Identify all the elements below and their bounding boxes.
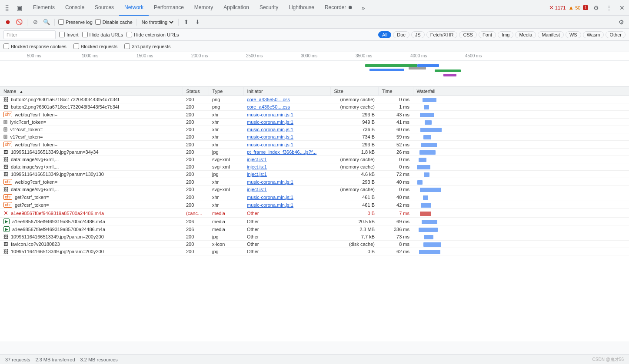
initiator-link[interactable]: music-corona.min.js:1 [247,127,293,132]
row-initiator[interactable]: Other [243,248,330,255]
table-row[interactable]: □lyric?csrf_token= 200 xhr music-corona.… [0,119,629,126]
clear-btn[interactable]: 🚫 [15,18,23,26]
chip-font[interactable]: Font [479,31,496,38]
table-row[interactable]: □v1?csrf_token= 200 xhr music-corona.min… [0,126,629,133]
invert-label[interactable]: Invert [59,32,79,37]
row-initiator[interactable]: Other [243,218,330,225]
chip-doc[interactable]: Doc [393,31,409,38]
initiator-link[interactable]: music-corona.min.js:1 [247,119,293,125]
network-settings-icon[interactable]: ⚙ [617,18,626,26]
chip-css[interactable]: CSS [459,31,477,38]
row-initiator[interactable]: core_a436e50....css [243,103,330,111]
third-party-label[interactable]: 3rd-party requests [124,43,170,49]
tab-elements[interactable]: Elements [28,0,60,16]
preserve-log-checkbox[interactable] [58,19,64,25]
col-header-status[interactable]: Status [183,87,209,96]
initiator-link[interactable]: inject.js:1 [247,187,267,192]
row-initiator[interactable]: music-corona.min.js:1 [243,201,330,209]
settings-icon[interactable]: ⚙ [591,3,601,13]
preserve-log-label[interactable]: Preserve log [58,19,93,25]
hide-ext-urls-label[interactable]: Hide extension URLs [126,32,179,37]
table-row[interactable]: 🖼109951164166513349.jpg?param=200y200 20… [0,233,629,241]
tab-network[interactable]: Network [119,0,149,16]
export-icon[interactable]: ⬇ [193,18,202,26]
table-row[interactable]: xhrweblog?csrf_token= 200 xhr music-coro… [0,111,629,119]
table-row[interactable]: ▶a1ee98567f8ef9469319a85700a24486.m4a 20… [0,225,629,233]
chip-other[interactable]: Other [606,31,626,38]
chip-all[interactable]: All [378,31,391,38]
network-table-container[interactable]: Name ▲ Status Type Initiator Size Time W… [0,87,629,341]
row-name[interactable]: xhrweblog?csrf_token= [0,141,183,149]
chip-fetch-xhr[interactable]: Fetch/XHR [426,31,458,38]
row-name[interactable]: ✕a1ee98567f8ef9469319a85700a24486.m4a [0,209,183,218]
row-initiator[interactable]: Other [243,241,330,248]
row-name[interactable]: xhrget?csrf_token= [0,201,183,209]
row-initiator[interactable]: inject.js:1 [243,163,330,171]
row-name[interactable]: □v1?csrf_token= [0,126,183,133]
filter-input[interactable] [3,30,56,39]
tab-recorder[interactable]: Recorder ⏺ [319,0,358,16]
tab-lighthouse[interactable]: Lighthouse [283,0,319,16]
row-initiator[interactable]: core_a436e50....css [243,96,330,103]
table-row[interactable]: 🖼data:image/svg+xml,... 200 svg+xml inje… [0,163,629,171]
row-initiator[interactable]: music-corona.min.js:1 [243,141,330,149]
col-header-waterfall[interactable]: Waterfall [413,87,629,96]
chip-media[interactable]: Media [515,31,536,38]
table-row[interactable]: 🖼109951164166513349.jpg?param=200y200 20… [0,248,629,255]
table-row[interactable]: 🖼button2.png?6301a6718cc1732043f3443f54c… [0,103,629,111]
tab-performance[interactable]: Performance [149,0,189,16]
initiator-link[interactable]: music-corona.min.js:1 [247,134,293,139]
table-row[interactable]: 🖼button2.png?6301a6718cc1732043f3443f54c… [0,96,629,103]
row-name[interactable]: □lyric?csrf_token= [0,119,183,126]
chip-ws[interactable]: WS [566,31,581,38]
more-options-icon[interactable]: ⋮ [604,3,614,13]
hide-data-urls-checkbox[interactable] [82,32,88,37]
disable-cache-label[interactable]: Disable cache [95,19,133,25]
table-row[interactable]: xhrget?csrf_token= 200 xhr music-corona.… [0,193,629,201]
blocked-requests-checkbox[interactable] [73,43,79,49]
row-name[interactable]: 🖼data:image/svg+xml,... [0,156,183,163]
table-row[interactable]: xhrweblog?csrf_token= 200 xhr music-coro… [0,178,629,186]
blocked-requests-label[interactable]: Blocked requests [73,43,117,49]
timeline-bars[interactable] [0,61,629,87]
tab-sources[interactable]: Sources [90,0,119,16]
tab-console[interactable]: Console [60,0,90,16]
row-initiator[interactable]: inject.js:1 [243,171,330,178]
col-header-time[interactable]: Time [378,87,413,96]
row-name[interactable]: 🖼109951164166513349.jpg?param=200y200 [0,248,183,255]
row-initiator[interactable]: music-corona.min.js:1 [243,111,330,119]
row-name[interactable]: 🖼109951164166513349.jpg?param=34y34 [0,149,183,156]
tab-security[interactable]: Security [254,0,283,16]
row-initiator[interactable]: Other [243,209,330,218]
throttle-select[interactable]: No throttling [140,19,175,25]
devtools-panel-icon[interactable]: ▣ [14,3,24,13]
search-icon[interactable]: 🔍 [42,18,51,26]
hide-data-urls-label[interactable]: Hide data URLs [82,32,123,37]
row-initiator[interactable]: music-corona.min.js:1 [243,126,330,133]
tab-application[interactable]: Application [218,0,254,16]
initiator-link[interactable]: music-corona.min.js:1 [247,142,293,147]
blocked-cookies-label[interactable]: Blocked response cookies [3,43,67,49]
import-icon[interactable]: ⬆ [182,18,191,26]
table-row[interactable]: ✕a1ee98567f8ef9469319a85700a24486.m4a (c… [0,209,629,218]
col-header-initiator[interactable]: Initiator [243,87,330,96]
table-row[interactable]: 🖼favicon.ico?v20180823 200 x-icon Other … [0,241,629,248]
row-name[interactable]: 🖼favicon.ico?v20180823 [0,241,183,248]
table-row[interactable]: xhrget?csrf_token= 200 xhr music-corona.… [0,201,629,209]
table-row[interactable]: 🖼data:image/svg+xml,... 200 svg+xml inje… [0,156,629,163]
third-party-checkbox[interactable] [124,43,130,49]
disable-cache-checkbox[interactable] [95,19,101,25]
row-name[interactable]: xhrweblog?csrf_token= [0,178,183,186]
initiator-link[interactable]: music-corona.min.js:1 [247,112,293,117]
warning-count-badge[interactable]: ▲ 50 [568,4,580,11]
row-initiator[interactable]: music-corona.min.js:1 [243,119,330,126]
table-row[interactable]: 🖼data:image/svg+xml,... 200 svg+xml inje… [0,186,629,193]
initiator-link[interactable]: inject.js:1 [247,157,267,162]
row-initiator[interactable]: pt_frame_index_f366b46....js?f... [243,149,330,156]
table-row[interactable]: 🖼109951164166513349.jpg?param=34y34 200 … [0,149,629,156]
row-name[interactable]: xhrweblog?csrf_token= [0,111,183,119]
chip-wasm[interactable]: Wasm [583,31,604,38]
initiator-link[interactable]: pt_frame_index_f366b46....js?f... [247,149,316,155]
initiator-link[interactable]: music-corona.min.js:1 [247,179,293,185]
table-row[interactable]: 🖼109951164166513349.jpg?param=130y130 20… [0,171,629,178]
